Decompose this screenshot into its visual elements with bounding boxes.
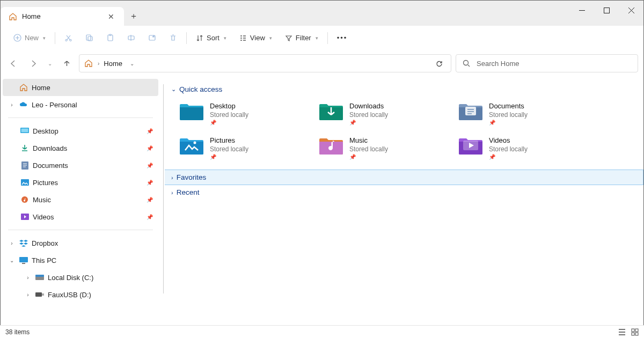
refresh-button[interactable]: [432, 60, 447, 68]
collapse-icon[interactable]: ⌄: [8, 258, 16, 263]
tab-title: Home: [22, 12, 41, 20]
rename-icon: [127, 34, 135, 42]
cloud-icon: [19, 100, 28, 109]
chevron-down-icon: ▾: [224, 35, 226, 41]
sidebar-item-drive-c[interactable]: › Local Disk (C:): [3, 269, 158, 286]
more-button[interactable]: •••: [331, 30, 354, 47]
view-button[interactable]: View▾: [233, 30, 279, 47]
svg-rect-27: [632, 329, 634, 332]
sidebar-item-music[interactable]: Music 📌: [3, 191, 158, 208]
quick-access-item[interactable]: PicturesStored locally📌: [180, 136, 314, 160]
new-button[interactable]: New ▾: [7, 30, 52, 47]
breadcrumb-separator: ›: [98, 61, 99, 67]
up-button[interactable]: [58, 55, 75, 71]
chevron-right-icon: ›: [171, 174, 173, 181]
maximize-button[interactable]: [594, 1, 619, 20]
pin-icon: 📌: [349, 120, 388, 126]
chevron-down-icon: ▾: [269, 35, 272, 41]
quick-access-item[interactable]: MusicStored locally📌: [319, 136, 453, 160]
pin-icon: 📌: [210, 154, 248, 160]
expand-icon[interactable]: ›: [24, 292, 32, 298]
item-name: Desktop: [210, 102, 248, 110]
sidebar-label: Documents: [33, 161, 68, 170]
paste-button[interactable]: [100, 30, 121, 47]
sidebar-item-pictures[interactable]: Pictures 📌: [3, 174, 158, 191]
share-button[interactable]: [142, 30, 163, 47]
home-icon: [8, 12, 18, 21]
command-toolbar: New ▾ Sort▾ View▾ Filter▾ •••: [1, 26, 643, 50]
sidebar-item-videos[interactable]: Videos 📌: [3, 208, 158, 225]
drive-icon: [35, 273, 45, 282]
folder-icon: [459, 136, 482, 160]
clipboard-icon: [106, 34, 114, 42]
pin-icon: 📌: [147, 180, 153, 186]
view-icon: [239, 34, 247, 42]
folder-icon: [180, 136, 203, 160]
minimize-button[interactable]: [569, 1, 594, 20]
plus-circle-icon: [13, 34, 21, 42]
pin-icon: 📌: [489, 154, 528, 160]
new-tab-button[interactable]: ＋: [124, 7, 143, 26]
sidebar-label: Leo - Personal: [32, 101, 77, 109]
separator: [186, 32, 187, 44]
back-button[interactable]: [5, 55, 21, 71]
quick-access-item[interactable]: VideosStored locally📌: [459, 136, 593, 160]
search-box[interactable]: Search Home: [456, 54, 638, 72]
quick-access-item[interactable]: DocumentsStored locally📌: [459, 102, 593, 126]
sidebar-label: Local Disk (C:): [48, 274, 93, 282]
history-dropdown[interactable]: ⌄: [127, 61, 137, 67]
thumbnails-view-button[interactable]: [631, 328, 639, 336]
divider: [8, 117, 153, 118]
quick-access-item[interactable]: DesktopStored locally📌: [180, 102, 314, 126]
sidebar-item-drive-d[interactable]: › FauxUSB (D:): [3, 286, 158, 303]
pin-icon: 📌: [147, 145, 153, 151]
quick-access-item[interactable]: DownloadsStored locally📌: [319, 102, 453, 126]
section-favorites[interactable]: › Favorites: [165, 170, 643, 185]
svg-point-25: [194, 142, 196, 144]
svg-point-11: [464, 61, 469, 65]
expand-icon[interactable]: ›: [8, 102, 16, 108]
pin-icon: 📌: [147, 214, 153, 220]
forward-button[interactable]: [25, 55, 41, 71]
sidebar-item-home[interactable]: Home: [3, 79, 158, 96]
tab-home[interactable]: Home ✕: [1, 7, 124, 26]
pin-icon: 📌: [349, 154, 388, 160]
sidebar-item-documents[interactable]: Documents 📌: [3, 157, 158, 174]
sort-button[interactable]: Sort▾: [189, 30, 233, 47]
section-recent[interactable]: › Recent: [170, 185, 643, 200]
cut-button[interactable]: [58, 30, 79, 47]
new-label: New: [25, 34, 39, 42]
breadcrumb-home[interactable]: Home: [104, 60, 122, 68]
separator: [327, 32, 328, 44]
item-location: Stored locally: [489, 145, 528, 153]
sidebar-item-downloads[interactable]: Downloads 📌: [3, 139, 158, 157]
item-location: Stored locally: [349, 145, 388, 153]
section-quick-access[interactable]: ⌄ Quick access: [170, 82, 643, 97]
dropbox-icon: [19, 238, 28, 248]
rename-button[interactable]: [121, 30, 142, 47]
sidebar-item-thispc[interactable]: ⌄ This PC: [3, 252, 158, 269]
pin-icon: 📌: [147, 197, 153, 203]
expand-icon[interactable]: ›: [24, 275, 32, 281]
view-label: View: [250, 34, 265, 42]
pictures-icon: [20, 178, 30, 187]
sidebar-item-onedrive[interactable]: › Leo - Personal: [3, 96, 158, 113]
close-button[interactable]: [619, 1, 643, 20]
recent-locations-button[interactable]: ⌄: [46, 55, 54, 71]
svg-rect-22: [35, 292, 42, 297]
section-title: Quick access: [179, 85, 222, 93]
filter-label: Filter: [296, 34, 311, 42]
section-title: Favorites: [177, 173, 207, 181]
tab-close-button[interactable]: ✕: [105, 11, 118, 22]
folder-icon: [319, 136, 343, 160]
address-bar[interactable]: › Home ⌄: [79, 54, 451, 72]
details-view-button[interactable]: [618, 328, 626, 336]
copy-button[interactable]: [79, 30, 100, 47]
sidebar-label: Pictures: [33, 179, 58, 187]
sidebar-item-desktop[interactable]: Desktop 📌: [3, 122, 158, 139]
delete-button[interactable]: [163, 30, 184, 47]
expand-icon[interactable]: ›: [8, 240, 16, 246]
filter-button[interactable]: Filter▾: [279, 30, 325, 47]
window-controls: [569, 1, 643, 20]
sidebar-item-dropbox[interactable]: › Dropbox: [3, 234, 158, 252]
